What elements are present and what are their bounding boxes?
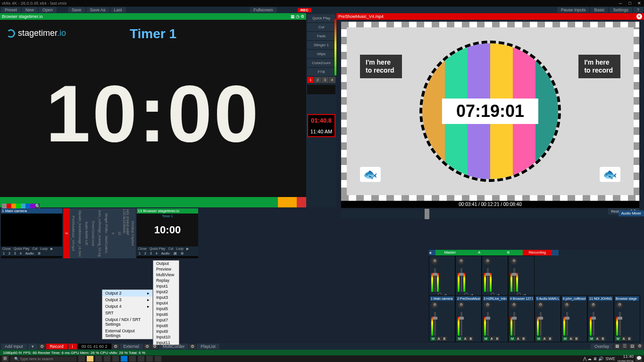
mute-btn[interactable]: M xyxy=(536,337,542,341)
add-input-dropdown[interactable]: ▾ xyxy=(28,344,38,349)
menu-input3[interactable]: Input3 xyxy=(153,295,179,300)
bus-b-btn[interactable]: B xyxy=(627,337,632,341)
gear-icon[interactable]: ⚙ xyxy=(510,258,517,264)
mix-a[interactable]: A xyxy=(465,250,494,255)
loop-btn[interactable]: Loop xyxy=(39,247,49,251)
view-icon-3[interactable]: ▤ xyxy=(629,344,636,349)
menu-input10[interactable]: Input10 xyxy=(153,334,179,340)
app-icon[interactable] xyxy=(138,356,144,362)
menu-input5[interactable]: Input5 xyxy=(153,306,179,312)
app-icon[interactable] xyxy=(129,356,136,362)
bus-a-btn[interactable]: A xyxy=(542,337,547,341)
chip-red[interactable] xyxy=(7,204,11,208)
gear-icon[interactable]: ⚙ xyxy=(616,302,623,308)
gear-icon[interactable]: ⚙ xyxy=(39,344,45,349)
gear-icon[interactable]: ⚙ xyxy=(563,302,570,308)
input-strip-6[interactable]: TimerClockCount xyxy=(90,208,96,258)
chip-blue[interactable] xyxy=(25,204,30,208)
help-button[interactable]: ? xyxy=(633,7,643,13)
playlist-button[interactable]: PlayList xyxy=(197,344,219,349)
notifications-icon[interactable]: 💬 xyxy=(636,356,642,362)
trans-1[interactable]: 1 xyxy=(307,77,314,83)
stinger-button[interactable]: Stinger 1 xyxy=(307,41,335,49)
bus-a-btn[interactable]: A xyxy=(489,337,494,341)
cubezoom-button[interactable]: CubeZoom xyxy=(307,59,335,67)
input-strip-7[interactable]: John_coffinSign_looking_V1.log xyxy=(96,208,103,258)
fader[interactable] xyxy=(513,312,515,336)
taskbar-search[interactable]: 🔍 Type here to search xyxy=(10,356,76,362)
open-button[interactable]: Open xyxy=(39,7,57,13)
search-icon[interactable]: 🔍 xyxy=(35,204,40,208)
gear-icon[interactable]: ⚙ xyxy=(36,251,42,256)
add-input-button[interactable]: Add Input xyxy=(1,344,27,349)
scrubber[interactable]: Restart ❚❚ xyxy=(341,210,639,218)
bus-a-btn[interactable]: A xyxy=(621,337,627,341)
bus-b-btn[interactable]: B xyxy=(574,337,579,341)
fade-button[interactable]: Fade xyxy=(307,32,335,40)
fader[interactable] xyxy=(593,312,594,336)
taskbar-lang[interactable]: SWE xyxy=(605,356,615,361)
menu-input6[interactable]: Input6 xyxy=(153,312,179,317)
maximize-button[interactable]: □ xyxy=(627,1,633,6)
gear-icon[interactable]: ⚙ xyxy=(431,258,438,264)
trans-2[interactable]: 2 xyxy=(314,77,321,83)
fader[interactable] xyxy=(487,268,489,292)
fader[interactable] xyxy=(434,312,436,336)
gear-icon[interactable]: ⚙ xyxy=(431,302,438,308)
basic-button[interactable]: Basic xyxy=(590,7,608,13)
preview-icon2[interactable]: ◷ xyxy=(296,14,300,19)
ftb-button[interactable]: FTB xyxy=(307,68,335,76)
qp-btn[interactable]: Quick Play xyxy=(12,247,31,251)
input-strip-5[interactable]: Audio MAIN L/R xyxy=(83,208,90,258)
close-btn[interactable]: Close xyxy=(1,247,12,251)
menu-ndi-settings[interactable]: Output / NDI / SRT Settings xyxy=(102,316,152,328)
cut-button[interactable]: Cut xyxy=(307,23,335,31)
chip-cyan[interactable] xyxy=(21,204,25,208)
chip-purple[interactable] xyxy=(30,204,35,208)
fader[interactable] xyxy=(460,312,462,336)
mute-btn[interactable]: M xyxy=(430,337,436,341)
bus-a-btn[interactable]: A xyxy=(516,337,521,341)
mute-btn[interactable]: M xyxy=(457,337,462,341)
input-strip-4[interactable]: StandIn_transMessage_v1.mov xyxy=(76,208,83,258)
bus-b-btn[interactable]: B xyxy=(495,337,500,341)
quickplay-button[interactable]: Quick Play xyxy=(307,14,335,22)
bus-a-btn[interactable]: A xyxy=(595,337,600,341)
gear-icon[interactable]: ⚙ xyxy=(144,344,151,349)
mixer-collapse[interactable]: ◂ xyxy=(429,250,435,255)
input-13-browser[interactable]: 13 Browser stagetimer.io Timer 1 10:00 C… xyxy=(137,208,198,258)
menu-input4[interactable]: Input4 xyxy=(153,300,179,306)
fader[interactable] xyxy=(619,312,621,336)
settings-button[interactable]: Settings xyxy=(609,7,632,13)
preset-button[interactable]: Preset xyxy=(1,7,21,13)
preview-icon1[interactable]: ▦ xyxy=(291,14,295,19)
play-icon[interactable]: ▶ xyxy=(49,247,54,251)
menu-ext-settings[interactable]: External Output Settings xyxy=(102,328,152,339)
cut-btn[interactable]: Cut xyxy=(31,247,39,251)
app-icon[interactable] xyxy=(146,356,153,362)
bus-a-btn[interactable]: A xyxy=(569,337,574,341)
view-icon-2[interactable]: ☰ xyxy=(621,344,628,349)
vscode-icon[interactable] xyxy=(121,356,127,362)
menu-srt[interactable]: SRT xyxy=(102,310,152,316)
scrub-handle[interactable] xyxy=(425,209,429,219)
mixer-channel-1[interactable]: 1 Main camera ⚙ MAB xyxy=(429,295,455,342)
menu-replay[interactable]: Replay xyxy=(153,278,179,283)
mute-btn[interactable]: M xyxy=(483,337,489,341)
menu-multiview[interactable]: MultiView xyxy=(153,272,179,278)
mute-btn[interactable]: M xyxy=(562,337,568,341)
gear-icon[interactable]: ⚙ xyxy=(484,258,491,264)
mute-btn[interactable]: M xyxy=(615,337,621,341)
fader[interactable] xyxy=(540,312,542,336)
gear-icon[interactable]: ⚙ xyxy=(189,344,196,349)
input-strip-2[interactable]: 2 xyxy=(63,208,70,258)
trans-4[interactable]: 4 xyxy=(329,77,335,83)
record-button[interactable]: Record xyxy=(46,344,67,349)
input-strip-3[interactable]: PreShowMusic_V4.mp4 xyxy=(70,208,76,258)
close-button[interactable]: ✕ xyxy=(636,1,642,6)
gear-icon[interactable]: ⚙ xyxy=(590,302,596,308)
bus-a-btn[interactable]: A xyxy=(463,337,468,341)
tray-icons[interactable]: ⋀ ☁ 🖥 🔊 xyxy=(583,356,604,361)
mixer-channel-4[interactable]: 4 Browser 127.0 ⚙ MAB xyxy=(508,295,535,342)
mixer-channel-5[interactable]: 5 Audio MAIN L ⚙ MAB xyxy=(535,295,561,342)
